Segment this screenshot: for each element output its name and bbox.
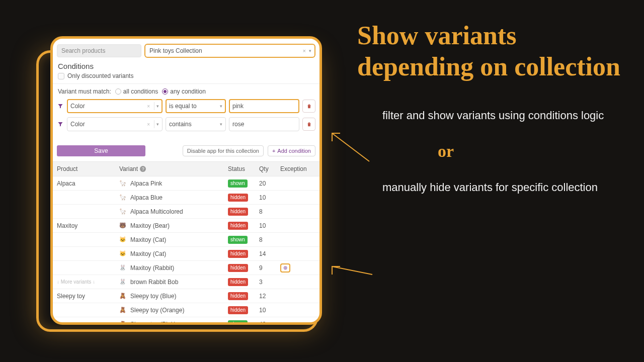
status-badge: shown	[228, 236, 248, 244]
status-badge: hidden	[228, 306, 248, 314]
table-row: 🦙Alpaca Multicoloredhidden8	[53, 205, 319, 219]
cell-status: hidden	[228, 306, 259, 314]
delete-condition-button[interactable]	[302, 100, 315, 113]
variant-icon: 🐱	[119, 250, 126, 257]
checkbox-icon[interactable]	[58, 73, 64, 79]
disable-app-button[interactable]: Disable app for this collection	[183, 145, 264, 156]
cell-variant: 🧸Sleepy toy (Pink)	[119, 321, 228, 325]
cell-qty: 3	[259, 279, 280, 286]
add-condition-label: Add condition	[277, 148, 311, 154]
variant-name: Maxitoy (Cat)	[130, 250, 166, 257]
table-row: Alpaca🦙Alpaca Pinkshown20	[53, 176, 319, 191]
clear-icon[interactable]: ×	[147, 122, 150, 127]
chevron-down-icon[interactable]: ▾	[220, 122, 222, 127]
condition-operator-select[interactable]: contains▾	[166, 117, 226, 131]
th-variant-label: Variant	[119, 165, 138, 172]
condition-operator-value: is equal to	[169, 103, 220, 110]
variant-icon: 🐰	[119, 264, 126, 271]
cell-status: hidden	[228, 292, 259, 300]
status-badge: hidden	[228, 208, 248, 216]
th-product: Product	[57, 165, 119, 172]
radio-all-conditions[interactable]: all conditions	[115, 88, 158, 95]
table-row: 🐰Maxitoy (Rabbit)hidden9⊛	[53, 261, 319, 275]
cell-variant: 🧸Sleepy toy (Orange)	[119, 307, 228, 314]
condition-attribute-select[interactable]: Color×▾	[67, 117, 163, 131]
cell-qty: 20	[259, 180, 280, 187]
chevron-down-icon[interactable]: ▾	[156, 104, 159, 109]
status-badge: hidden	[228, 278, 248, 286]
app-panel: Search products Pink toys Collection × ▾…	[50, 36, 322, 325]
radio-any-condition[interactable]: any condition	[162, 88, 206, 95]
variant-name: Alpaca Multicolored	[130, 208, 183, 215]
th-qty: Qty	[259, 165, 280, 172]
variant-icon: 🧸	[119, 307, 126, 313]
chevron-down-icon[interactable]: ▾	[220, 104, 222, 109]
condition-operator-select[interactable]: is equal to▾	[166, 99, 226, 113]
or-divider: or	[438, 142, 639, 161]
top-row: Search products Pink toys Collection × ▾	[57, 44, 315, 58]
cell-qty: 10	[259, 222, 280, 229]
variant-icon: 🐰	[119, 279, 126, 285]
cell-product: Alpaca	[57, 180, 119, 187]
filter-icon	[57, 121, 64, 128]
collection-select[interactable]: Pink toys Collection × ▾	[144, 44, 315, 58]
status-badge: shown	[228, 320, 248, 325]
chevron-down-icon[interactable]: ▾	[309, 48, 311, 53]
condition-value-input[interactable]: rose	[229, 117, 299, 131]
more-variants-link[interactable]: ↓ More variants ↓	[57, 279, 119, 285]
clear-collection-icon[interactable]: ×	[303, 48, 306, 54]
variant-name: Alpaca Blue	[130, 194, 163, 201]
clear-icon[interactable]: ×	[147, 104, 150, 109]
headline: Show variants depending on collection	[357, 20, 639, 83]
marketing-pane: Show variants depending on collection fi…	[357, 20, 639, 214]
conditions-heading: Conditions	[58, 62, 315, 70]
cell-status: hidden	[228, 250, 259, 258]
table-row: ↓ More variants ↓🐰brown Rabbit Bobhidden…	[53, 275, 319, 289]
filter-icon	[57, 103, 64, 110]
variant-icon: 🐻	[119, 222, 126, 229]
help-icon[interactable]: ?	[140, 166, 146, 172]
condition-row: Color×▾is equal to▾pink	[57, 99, 315, 113]
cell-status: hidden	[228, 264, 259, 272]
condition-value: pink	[232, 103, 296, 110]
status-badge: shown	[228, 179, 248, 188]
condition-attribute-select[interactable]: Color×▾	[67, 99, 163, 113]
cell-product: Maxitoy	[57, 222, 119, 229]
variant-name: Maxitoy (Bear)	[130, 222, 170, 229]
save-button[interactable]: Save	[57, 145, 145, 156]
variant-icon: 🧸	[119, 293, 126, 299]
cell-qty: 40	[259, 321, 280, 325]
exception-toggle[interactable]: ⊛	[280, 263, 290, 273]
action-bar: Save Disable app for this collection + A…	[57, 145, 315, 156]
cell-qty: 12	[259, 293, 280, 300]
cell-variant: 🦙Alpaca Pink	[119, 180, 228, 187]
variant-name: Sleepy toy (Orange)	[130, 307, 184, 314]
radio-any-label: any condition	[170, 88, 206, 95]
cell-variant: 🧸Sleepy toy (Blue)	[119, 293, 228, 300]
table-body: Alpaca🦙Alpaca Pinkshown20🦙Alpaca Bluehid…	[53, 176, 319, 325]
condition-row: Color×▾contains▾rose	[57, 117, 315, 131]
status-badge: hidden	[228, 292, 248, 300]
match-label: Variant must match:	[58, 88, 111, 95]
variant-icon: 🧸	[119, 321, 126, 325]
th-status: Status	[228, 165, 259, 172]
condition-value-input[interactable]: pink	[229, 99, 299, 113]
variant-name: brown Rabbit Bob	[130, 279, 178, 286]
add-condition-button[interactable]: + Add condition	[268, 145, 315, 156]
table-row: 🐱Maxitoy (Cat)shown8	[53, 233, 319, 247]
cell-variant: 🐰brown Rabbit Bob	[119, 279, 228, 286]
svg-line-1	[332, 266, 372, 275]
only-discounted-row[interactable]: Only discounted variants	[58, 72, 315, 79]
variant-name: Alpaca Pink	[130, 180, 162, 187]
variant-icon: 🦙	[119, 180, 126, 187]
variant-icon: 🐱	[119, 236, 126, 243]
status-badge: hidden	[228, 194, 248, 202]
chevron-down-icon[interactable]: ▾	[156, 122, 159, 127]
variant-name: Maxitoy (Rabbit)	[130, 264, 174, 272]
table-row: 🦙Alpaca Bluehidden10	[53, 191, 319, 205]
delete-condition-button[interactable]	[302, 118, 315, 131]
match-mode-row: Variant must match: all conditions any c…	[58, 88, 315, 95]
table-row: Maxitoy🐻Maxitoy (Bear)hidden10	[53, 219, 319, 233]
search-input[interactable]: Search products	[57, 44, 141, 57]
table-row: 🧸Sleepy toy (Pink)shown40	[53, 317, 319, 325]
